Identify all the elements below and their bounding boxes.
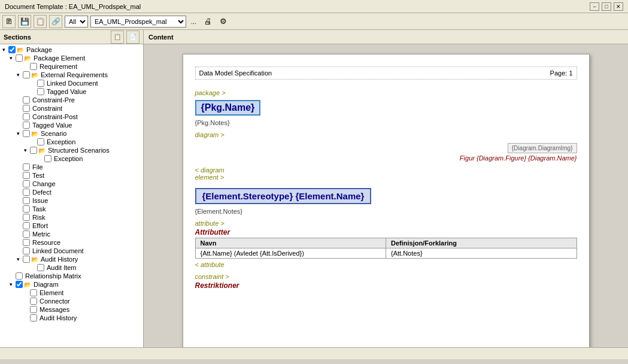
tree-item-element[interactable]: Element <box>0 289 143 297</box>
tree-checkbox-constraint[interactable] <box>23 105 30 112</box>
toolbar-btn-1[interactable]: 🖹 <box>2 15 16 28</box>
close-button[interactable]: ✕ <box>614 2 623 11</box>
tree-item-linked-document2[interactable]: Linked Document <box>0 247 143 255</box>
tree-checkbox-constraint-pre[interactable] <box>23 96 30 104</box>
tree-item-linked-document[interactable]: Linked Document <box>0 79 143 87</box>
tree-item-messages[interactable]: Messages <box>0 305 143 314</box>
tree-item-effort[interactable]: Effort <box>0 222 143 230</box>
tree-checkbox-exception[interactable] <box>37 138 44 145</box>
tree-checkbox-audit-history[interactable] <box>23 256 30 263</box>
tree-checkbox-tagged-value[interactable] <box>37 88 44 95</box>
tree-checkbox-element[interactable] <box>30 289 37 296</box>
tree-item-requirement[interactable]: Requirement <box>0 62 143 71</box>
tree-item-diagram[interactable]: ▾📂Diagram <box>0 280 143 289</box>
tree-item-scenario[interactable]: ▾📂Scenario <box>0 129 143 138</box>
template-dropdown[interactable]: EA_UML_Prodspek_mal <box>90 16 186 28</box>
tree-checkbox-change[interactable] <box>23 180 30 187</box>
tree-checkbox-audit-history2[interactable] <box>30 314 37 321</box>
tree-expand-structured-scenarios[interactable]: ▾ <box>22 147 29 154</box>
toolbar-btn-3[interactable]: 📋 <box>34 15 47 28</box>
tree-label-audit-history: Audit History <box>40 256 78 263</box>
tree-checkbox-effort[interactable] <box>23 222 30 229</box>
tree-checkbox-audit-item[interactable] <box>37 264 44 271</box>
tree-checkbox-risk[interactable] <box>23 214 30 221</box>
tree-item-tagged-value[interactable]: Tagged Value <box>0 87 143 96</box>
tree-item-constraint-post[interactable]: Constraint-Post <box>0 113 143 121</box>
tree-checkbox-metric[interactable] <box>23 230 30 238</box>
tree-expand-messages <box>22 306 29 313</box>
tree-item-test[interactable]: Test <box>0 171 143 180</box>
settings-icon[interactable]: ⚙ <box>217 15 230 28</box>
tree-item-tagged-value2[interactable]: Tagged Value <box>0 121 143 129</box>
tree-checkbox-task[interactable] <box>23 205 30 213</box>
toolbar-btn-4[interactable]: 🔗 <box>49 15 62 28</box>
maximize-button[interactable]: □ <box>602 2 611 11</box>
tree-item-audit-history[interactable]: ▾📂Audit History <box>0 255 143 263</box>
table-row: {Att.Name} (Avledet {Att.IsDerived}) {At… <box>195 248 577 259</box>
tree-item-task[interactable]: Task <box>0 205 143 213</box>
tree-expand-package-element[interactable]: ▾ <box>7 54 14 62</box>
tree-checkbox-constraint-post[interactable] <box>23 113 30 120</box>
tree-item-risk[interactable]: Risk <box>0 213 143 222</box>
tree-checkbox-package[interactable] <box>8 46 16 53</box>
diagram-img-label: {Diagram.DiagramImg} <box>508 143 577 153</box>
tree-expand-external-requirements[interactable]: ▾ <box>14 71 22 78</box>
tree-item-connector[interactable]: Connector <box>0 297 143 305</box>
tree-item-relationship-matrix[interactable]: Relationship Matrix <box>0 272 143 280</box>
tree-checkbox-package-element[interactable] <box>16 54 23 62</box>
content-area[interactable]: Data Model Specification Page: 1 package… <box>144 44 628 347</box>
tree-item-constraint-pre[interactable]: Constraint-Pre <box>0 96 143 104</box>
tree-item-exception[interactable]: Exception <box>0 138 143 146</box>
tree-item-audit-history2[interactable]: Audit History <box>0 314 143 322</box>
tree-checkbox-messages[interactable] <box>30 306 37 313</box>
tree-item-metric[interactable]: Metric <box>0 230 143 238</box>
tree-item-file[interactable]: File <box>0 163 143 171</box>
tree-checkbox-file[interactable] <box>23 163 30 171</box>
tree-checkbox-external-requirements[interactable] <box>23 71 30 78</box>
tree-expand-audit-history[interactable]: ▾ <box>14 256 22 263</box>
tree-item-audit-item[interactable]: Audit Item <box>0 263 143 272</box>
tree-item-external-requirements[interactable]: ▾📂External Requirements <box>0 71 143 79</box>
tree-expand-scenario[interactable]: ▾ <box>14 130 22 137</box>
tree-checkbox-linked-document2[interactable] <box>23 247 30 254</box>
print-icon[interactable]: 🖨 <box>201 15 214 28</box>
tree-item-package-element[interactable]: ▾📂Package Element <box>0 54 143 62</box>
tree-checkbox-resource[interactable] <box>23 239 30 246</box>
tree-item-exception2[interactable]: Exception <box>0 154 143 163</box>
tree-checkbox-relationship-matrix[interactable] <box>16 272 23 280</box>
figure-row: Figur {Diagram.Figure} {Diagram.Name} <box>195 154 577 162</box>
tree-item-defect[interactable]: Defect <box>0 188 143 196</box>
tree-checkbox-test[interactable] <box>23 172 30 179</box>
tree-expand-package[interactable]: ▾ <box>0 46 7 53</box>
tree-checkbox-diagram[interactable] <box>16 281 23 288</box>
all-dropdown[interactable]: All <box>65 16 88 28</box>
tree-label-diagram: Diagram <box>32 281 59 288</box>
tree-checkbox-defect[interactable] <box>23 189 30 196</box>
content-panel: Content Data Model Specification Page: 1… <box>144 30 628 347</box>
tree-checkbox-linked-document[interactable] <box>37 80 44 87</box>
tree-item-resource[interactable]: Resource <box>0 238 143 247</box>
tree-item-structured-scenarios[interactable]: ▾📂Structured Scenarios <box>0 146 143 154</box>
sections-icon-1[interactable]: 📋 <box>111 31 124 44</box>
tree-checkbox-exception2[interactable] <box>44 155 51 162</box>
tree-checkbox-tagged-value2[interactable] <box>23 122 30 129</box>
sections-label: Sections <box>4 34 31 41</box>
tree-checkbox-scenario[interactable] <box>23 130 30 137</box>
tree-item-change[interactable]: Change <box>0 180 143 188</box>
tree-expand-test <box>14 172 22 179</box>
tree-label-risk: Risk <box>31 214 45 221</box>
minimize-button[interactable]: − <box>590 2 599 11</box>
tree-item-issue[interactable]: Issue <box>0 196 143 205</box>
table-cell-1: {Att.Name} (Avledet {Att.IsDerived}) <box>195 248 386 259</box>
tree-checkbox-connector[interactable] <box>30 298 37 305</box>
toolbar-btn-2[interactable]: 💾 <box>18 15 31 28</box>
tree-checkbox-issue[interactable] <box>23 197 30 204</box>
tree-item-constraint[interactable]: Constraint <box>0 104 143 113</box>
tree-expand-linked-document2 <box>14 247 22 254</box>
tree-checkbox-structured-scenarios[interactable] <box>30 147 37 154</box>
tree-expand-diagram[interactable]: ▾ <box>7 281 14 288</box>
tree-expand-resource <box>14 239 22 246</box>
tree-checkbox-requirement[interactable] <box>30 63 37 70</box>
tree-item-package[interactable]: ▾📂Package <box>0 46 143 54</box>
sections-icon-2[interactable]: 📄 <box>126 31 139 44</box>
